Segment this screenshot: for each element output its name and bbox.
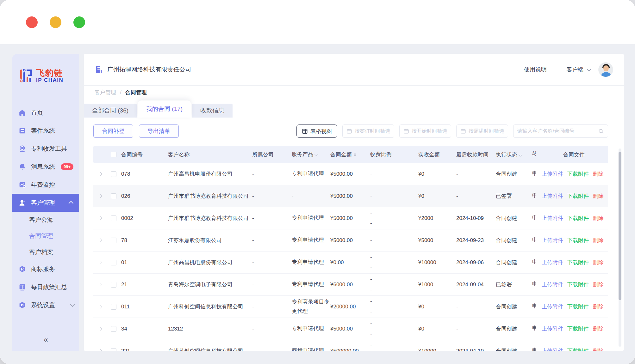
col-status[interactable]: 执行状态 — [496, 151, 532, 158]
client-dropdown[interactable]: 客户端 — [566, 66, 590, 73]
row-expand[interactable] — [93, 349, 107, 351]
execution-status: 合同创建 — [496, 303, 532, 310]
breadcrumb-parent[interactable]: 客户管理 — [95, 89, 116, 96]
sidebar-collapse-button[interactable]: « — [12, 335, 79, 344]
export-list-button[interactable]: 导出清单 — [139, 124, 179, 138]
row-checkbox[interactable] — [111, 193, 116, 199]
search-box — [513, 124, 608, 138]
download-attachment-link[interactable]: 下载附件 — [567, 325, 589, 332]
row-checkbox[interactable] — [111, 348, 116, 351]
delete-link[interactable]: 删除 — [593, 259, 604, 266]
sidebar-subitem-customer-archive[interactable]: 客户档案 — [12, 244, 79, 260]
date-filter-1[interactable]: 按开始时间筛选 — [399, 124, 451, 138]
row-expand[interactable] — [93, 305, 107, 308]
sidebar-item-annuity-monitor[interactable]: 年费监控 — [12, 176, 79, 194]
row-expand[interactable] — [93, 239, 107, 242]
row-checkbox[interactable] — [111, 238, 116, 243]
delete-link[interactable]: 删除 — [593, 237, 604, 244]
fee-ratio: - — [370, 169, 418, 179]
row-expand[interactable] — [93, 217, 107, 220]
col-amount[interactable]: 合同金额 — [330, 151, 370, 158]
upload-attachment-link[interactable]: 上传附件 — [542, 325, 563, 332]
row-checkbox[interactable] — [111, 215, 116, 221]
download-attachment-link[interactable]: 下载附件 — [567, 215, 589, 222]
table-row: 026广州市群书博览教育科技有限公司--¥5000.00-¥0-已签署申上传附件… — [93, 185, 608, 207]
search-input[interactable] — [517, 128, 598, 134]
upload-attachment-link[interactable]: 上传附件 — [542, 192, 563, 200]
contract-file-actions: 上传附件下载附件删除 — [540, 192, 608, 200]
sidebar-subitem-contract-management[interactable]: 合同管理 — [12, 228, 79, 244]
upload-attachment-link[interactable]: 上传附件 — [542, 281, 563, 288]
table-row: 21青岛海尔空调电子有限公司-专利申请代理¥6000.00--¥10002024… — [93, 274, 608, 296]
row-checkbox[interactable] — [111, 260, 116, 265]
table-body: 078广州高昌机电股份有限公司-专利申请代理¥5000.00-¥0-合同创建申上… — [93, 163, 608, 351]
usage-help-link[interactable]: 使用说明 — [524, 66, 547, 73]
row-checkbox[interactable] — [111, 282, 116, 288]
upload-attachment-link[interactable]: 上传附件 — [542, 237, 563, 244]
sidebar-item-patent-tools[interactable]: 专利收发工具 — [12, 140, 79, 158]
row-expand[interactable] — [93, 283, 107, 286]
row-checkbox[interactable] — [111, 171, 116, 177]
date-filter-0[interactable]: 按签订时间筛选 — [342, 124, 394, 138]
sidebar-item-label: 专利收发工具 — [31, 145, 67, 153]
upload-attachment-link[interactable]: 上传附件 — [542, 215, 563, 222]
download-attachment-link[interactable]: 下载附件 — [567, 259, 589, 266]
close-window-button[interactable] — [26, 16, 38, 28]
col-product[interactable]: 服务产品 — [292, 150, 330, 159]
sidebar-item-case-system[interactable]: 案件系统 — [12, 122, 79, 140]
contract-register-button[interactable]: 合同补登 — [93, 124, 133, 138]
sort-icon[interactable] — [354, 153, 356, 157]
download-attachment-link[interactable]: 下载附件 — [567, 170, 589, 178]
download-attachment-link[interactable]: 下载附件 — [567, 347, 589, 351]
scrollbar-thumb[interactable] — [619, 152, 621, 300]
minimize-window-button[interactable] — [50, 16, 61, 28]
sidebar-item-system-settings[interactable]: 系统设置 — [12, 296, 79, 314]
app-window: 飞豹链 IP CHAIN 首页案件系统专利收发工具消息系统99+年费监控客户管理… — [0, 0, 635, 364]
delete-link[interactable]: 删除 — [593, 192, 604, 200]
row-checkbox[interactable] — [111, 304, 116, 310]
row-expand[interactable] — [93, 173, 107, 175]
tab-1[interactable]: 我的合同 (17) — [138, 100, 191, 118]
zoom-window-button[interactable] — [73, 16, 85, 28]
upload-attachment-link[interactable]: 上传附件 — [542, 170, 563, 178]
upload-attachment-link[interactable]: 上传附件 — [542, 259, 563, 266]
delete-link[interactable]: 删除 — [593, 170, 604, 178]
sidebar-item-message-system[interactable]: 消息系统99+ — [12, 158, 79, 176]
download-attachment-link[interactable]: 下载附件 — [567, 192, 589, 200]
sidebar-item-trademark-service[interactable]: R商标服务 — [12, 260, 79, 278]
sidebar-item-label: 系统设置 — [31, 301, 55, 309]
download-attachment-link[interactable]: 下载附件 — [567, 281, 589, 288]
user-avatar[interactable] — [598, 62, 613, 77]
upload-attachment-link[interactable]: 上传附件 — [542, 347, 563, 351]
upload-attachment-link[interactable]: 上传附件 — [542, 303, 563, 310]
breadcrumb: 客户管理 / 合同管理 — [84, 85, 624, 99]
download-attachment-link[interactable]: 下载附件 — [567, 237, 589, 244]
search-icon[interactable] — [598, 128, 604, 134]
sidebar-item-daily-policy[interactable]: 每日政策汇总 — [12, 278, 79, 296]
calendar-icon — [460, 128, 466, 134]
delete-link[interactable]: 删除 — [593, 215, 604, 222]
row-expand[interactable] — [93, 327, 107, 330]
delete-link[interactable]: 删除 — [593, 303, 604, 310]
contract-file-actions: 上传附件下载附件删除 — [540, 215, 608, 222]
fee-ratio: -- — [370, 318, 418, 339]
sidebar-subitem-customer-pool[interactable]: 客户公海 — [12, 212, 79, 228]
tab-0[interactable]: 全部合同 (36) — [84, 104, 137, 118]
last-payment-date: 2024-09-23 — [456, 237, 496, 244]
download-attachment-link[interactable]: 下载附件 — [567, 303, 589, 310]
delete-link[interactable]: 删除 — [593, 325, 604, 332]
table-view-toggle[interactable]: 表格视图 — [296, 124, 337, 138]
chevron-down-icon — [70, 302, 75, 307]
col-received: 实收金额 — [418, 151, 456, 158]
row-checkbox[interactable] — [111, 326, 116, 332]
date-filter-2[interactable]: 按届满时间筛选 — [456, 124, 508, 138]
delete-link[interactable]: 删除 — [593, 281, 604, 288]
sidebar-item-customer-management[interactable]: 客户管理 — [12, 194, 79, 212]
delete-link[interactable]: 删除 — [593, 347, 604, 351]
row-expand[interactable] — [93, 261, 107, 264]
sidebar-item-home[interactable]: 首页 — [12, 104, 79, 122]
tab-2[interactable]: 收款信息 — [192, 104, 233, 118]
row-expand[interactable] — [93, 195, 107, 197]
select-all-checkbox[interactable] — [111, 152, 116, 157]
col-contract-file: 合同文件 — [540, 151, 608, 158]
